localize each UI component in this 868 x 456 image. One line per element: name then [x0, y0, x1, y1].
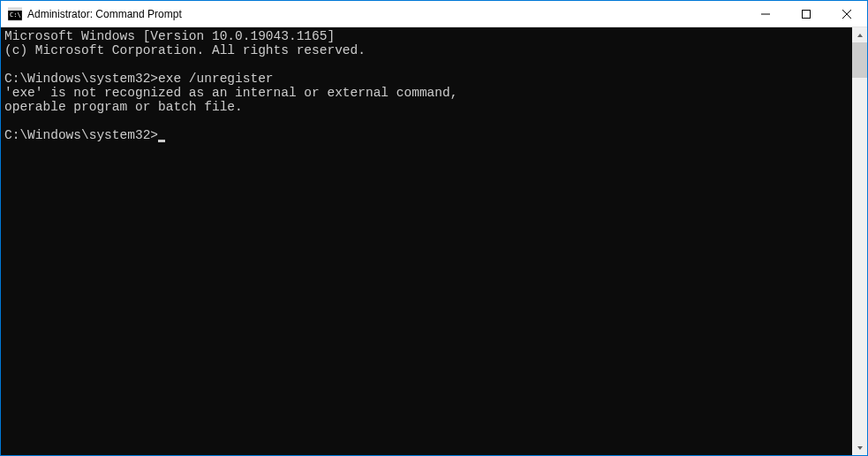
maximize-button[interactable]: [786, 1, 826, 27]
terminal-line: [4, 57, 852, 72]
window-frame: C:\ Administrator: Command Prompt Micros…: [0, 0, 868, 456]
svg-rect-4: [803, 10, 811, 18]
vertical-scrollbar[interactable]: [852, 27, 867, 455]
terminal-line: [4, 114, 852, 128]
scroll-down-button[interactable]: [852, 440, 867, 455]
svg-rect-1: [8, 8, 22, 11]
scrollbar-track[interactable]: [852, 42, 867, 440]
scroll-up-button[interactable]: [852, 27, 867, 42]
titlebar[interactable]: C:\ Administrator: Command Prompt: [1, 1, 867, 27]
terminal-line: C:\Windows\system32>exe /unregister: [4, 72, 852, 86]
close-button[interactable]: [826, 1, 867, 27]
svg-text:C:\: C:\: [10, 11, 21, 19]
window-controls: [745, 1, 867, 27]
window-title: Administrator: Command Prompt: [27, 8, 182, 20]
terminal-line: C:\Windows\system32>: [4, 128, 852, 142]
client-area: Microsoft Windows [Version 10.0.19043.11…: [1, 27, 867, 455]
terminal-line: Microsoft Windows [Version 10.0.19043.11…: [4, 29, 852, 43]
terminal-output[interactable]: Microsoft Windows [Version 10.0.19043.11…: [1, 27, 852, 455]
minimize-button[interactable]: [745, 1, 786, 27]
terminal-line: (c) Microsoft Corporation. All rights re…: [4, 43, 852, 57]
scrollbar-thumb[interactable]: [852, 42, 867, 78]
cmd-icon: C:\: [8, 7, 22, 21]
terminal-line: 'exe' is not recognized as an internal o…: [4, 86, 852, 100]
terminal-cursor: [158, 140, 165, 142]
terminal-line: operable program or batch file.: [4, 100, 852, 114]
